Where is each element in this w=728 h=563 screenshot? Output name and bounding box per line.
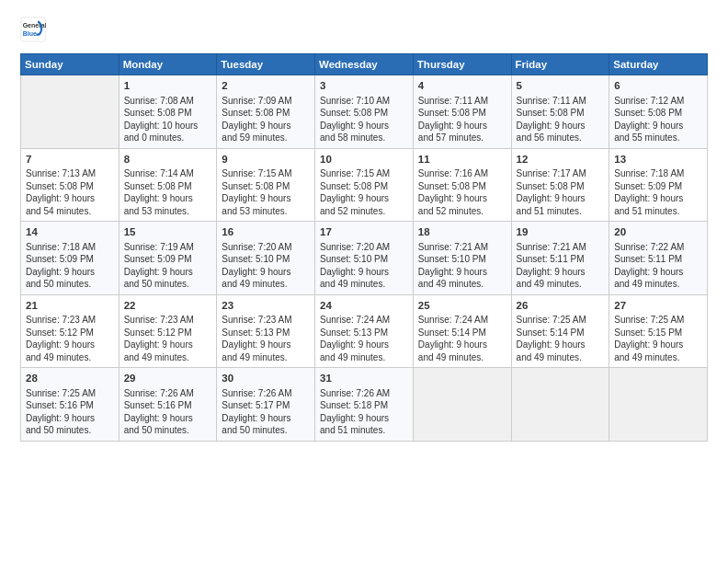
calendar-week-2: 7Sunrise: 7:13 AM Sunset: 5:08 PM Daylig… — [21, 148, 708, 222]
svg-text:Blue: Blue — [23, 30, 37, 37]
day-info: Sunrise: 7:14 AM Sunset: 5:08 PM Dayligh… — [124, 167, 212, 217]
day-number: 5 — [517, 79, 605, 94]
day-number: 18 — [418, 225, 506, 240]
day-number: 24 — [320, 299, 408, 314]
day-info: Sunrise: 7:23 AM Sunset: 5:13 PM Dayligh… — [222, 314, 310, 363]
calendar-cell — [413, 368, 511, 442]
day-number: 9 — [222, 153, 310, 167]
calendar-cell: 29Sunrise: 7:26 AM Sunset: 5:16 PM Dayli… — [119, 368, 217, 442]
day-info: Sunrise: 7:10 AM Sunset: 5:08 PM Dayligh… — [320, 95, 408, 144]
day-number: 23 — [222, 299, 310, 314]
day-info: Sunrise: 7:16 AM Sunset: 5:08 PM Dayligh… — [418, 167, 506, 217]
weekday-header-wednesday: Wednesday — [315, 54, 414, 75]
calendar-cell: 5Sunrise: 7:11 AM Sunset: 5:08 PM Daylig… — [511, 75, 609, 149]
header: General Blue — [20, 17, 708, 42]
calendar-cell: 20Sunrise: 7:22 AM Sunset: 5:11 PM Dayli… — [609, 222, 708, 295]
page: General Blue SundayMondayTuesdayWednesda… — [0, 0, 728, 563]
calendar-cell — [511, 368, 609, 442]
day-number: 4 — [418, 79, 506, 94]
weekday-header-saturday: Saturday — [609, 54, 708, 75]
day-info: Sunrise: 7:20 AM Sunset: 5:10 PM Dayligh… — [320, 241, 408, 291]
day-number: 26 — [517, 299, 605, 314]
calendar-cell — [21, 75, 119, 149]
day-info: Sunrise: 7:25 AM Sunset: 5:16 PM Dayligh… — [26, 387, 114, 437]
day-number: 30 — [222, 372, 310, 386]
day-number: 12 — [517, 153, 605, 167]
day-info: Sunrise: 7:21 AM Sunset: 5:10 PM Dayligh… — [418, 241, 506, 291]
calendar-cell — [609, 368, 708, 442]
calendar-cell: 27Sunrise: 7:25 AM Sunset: 5:15 PM Dayli… — [609, 294, 708, 368]
logo: General Blue — [20, 17, 50, 42]
day-info: Sunrise: 7:09 AM Sunset: 5:08 PM Dayligh… — [222, 95, 310, 144]
calendar-header: SundayMondayTuesdayWednesdayThursdayFrid… — [21, 54, 708, 75]
day-info: Sunrise: 7:22 AM Sunset: 5:11 PM Dayligh… — [614, 241, 702, 291]
day-info: Sunrise: 7:25 AM Sunset: 5:14 PM Dayligh… — [517, 314, 605, 363]
calendar-cell: 13Sunrise: 7:18 AM Sunset: 5:09 PM Dayli… — [609, 148, 708, 222]
calendar-cell: 2Sunrise: 7:09 AM Sunset: 5:08 PM Daylig… — [217, 75, 315, 149]
logo-icon: General Blue — [20, 17, 46, 42]
day-info: Sunrise: 7:23 AM Sunset: 5:12 PM Dayligh… — [124, 314, 212, 363]
day-info: Sunrise: 7:23 AM Sunset: 5:12 PM Dayligh… — [26, 314, 114, 363]
calendar-week-5: 28Sunrise: 7:25 AM Sunset: 5:16 PM Dayli… — [21, 368, 708, 442]
calendar-cell: 25Sunrise: 7:24 AM Sunset: 5:14 PM Dayli… — [413, 294, 511, 368]
weekday-header-sunday: Sunday — [21, 54, 119, 75]
day-info: Sunrise: 7:18 AM Sunset: 5:09 PM Dayligh… — [614, 167, 702, 217]
day-info: Sunrise: 7:11 AM Sunset: 5:08 PM Dayligh… — [418, 95, 506, 144]
day-info: Sunrise: 7:26 AM Sunset: 5:18 PM Dayligh… — [320, 387, 408, 437]
day-info: Sunrise: 7:26 AM Sunset: 5:17 PM Dayligh… — [222, 387, 310, 437]
day-info: Sunrise: 7:18 AM Sunset: 5:09 PM Dayligh… — [26, 241, 114, 291]
calendar-body: 1Sunrise: 7:08 AM Sunset: 5:08 PM Daylig… — [21, 75, 708, 442]
calendar-week-4: 21Sunrise: 7:23 AM Sunset: 5:12 PM Dayli… — [21, 294, 708, 368]
day-number: 16 — [222, 225, 310, 240]
day-info: Sunrise: 7:21 AM Sunset: 5:11 PM Dayligh… — [517, 241, 605, 291]
day-number: 6 — [614, 79, 702, 94]
weekday-header-thursday: Thursday — [413, 54, 511, 75]
calendar-week-3: 14Sunrise: 7:18 AM Sunset: 5:09 PM Dayli… — [21, 222, 708, 295]
calendar-cell: 1Sunrise: 7:08 AM Sunset: 5:08 PM Daylig… — [119, 75, 217, 149]
day-info: Sunrise: 7:24 AM Sunset: 5:13 PM Dayligh… — [320, 314, 408, 363]
calendar-cell: 22Sunrise: 7:23 AM Sunset: 5:12 PM Dayli… — [119, 294, 217, 368]
day-number: 2 — [222, 79, 310, 94]
day-number: 10 — [320, 153, 408, 167]
day-info: Sunrise: 7:26 AM Sunset: 5:16 PM Dayligh… — [124, 387, 212, 437]
calendar-cell: 7Sunrise: 7:13 AM Sunset: 5:08 PM Daylig… — [21, 148, 119, 222]
calendar-cell: 30Sunrise: 7:26 AM Sunset: 5:17 PM Dayli… — [217, 368, 315, 442]
calendar-week-1: 1Sunrise: 7:08 AM Sunset: 5:08 PM Daylig… — [21, 75, 708, 149]
day-number: 15 — [124, 225, 212, 240]
weekday-header-friday: Friday — [511, 54, 609, 75]
day-number: 25 — [418, 299, 506, 314]
day-info: Sunrise: 7:12 AM Sunset: 5:08 PM Dayligh… — [614, 95, 702, 144]
calendar-cell: 28Sunrise: 7:25 AM Sunset: 5:16 PM Dayli… — [21, 368, 119, 442]
day-number: 14 — [26, 225, 114, 240]
calendar-cell: 19Sunrise: 7:21 AM Sunset: 5:11 PM Dayli… — [511, 222, 609, 295]
calendar-cell: 17Sunrise: 7:20 AM Sunset: 5:10 PM Dayli… — [315, 222, 414, 295]
day-info: Sunrise: 7:20 AM Sunset: 5:10 PM Dayligh… — [222, 241, 310, 291]
day-number: 22 — [124, 299, 212, 314]
calendar-cell: 11Sunrise: 7:16 AM Sunset: 5:08 PM Dayli… — [413, 148, 511, 222]
calendar-cell: 21Sunrise: 7:23 AM Sunset: 5:12 PM Dayli… — [21, 294, 119, 368]
calendar-cell: 6Sunrise: 7:12 AM Sunset: 5:08 PM Daylig… — [609, 75, 708, 149]
day-number: 19 — [517, 225, 605, 240]
weekday-header-row: SundayMondayTuesdayWednesdayThursdayFrid… — [21, 54, 708, 75]
day-info: Sunrise: 7:15 AM Sunset: 5:08 PM Dayligh… — [222, 167, 310, 217]
day-info: Sunrise: 7:08 AM Sunset: 5:08 PM Dayligh… — [124, 95, 212, 144]
day-info: Sunrise: 7:19 AM Sunset: 5:09 PM Dayligh… — [124, 241, 212, 291]
weekday-header-monday: Monday — [119, 54, 217, 75]
day-number: 11 — [418, 153, 506, 167]
day-info: Sunrise: 7:17 AM Sunset: 5:08 PM Dayligh… — [517, 167, 605, 217]
calendar-cell: 15Sunrise: 7:19 AM Sunset: 5:09 PM Dayli… — [119, 222, 217, 295]
day-info: Sunrise: 7:15 AM Sunset: 5:08 PM Dayligh… — [320, 167, 408, 217]
calendar-cell: 12Sunrise: 7:17 AM Sunset: 5:08 PM Dayli… — [511, 148, 609, 222]
calendar-cell: 24Sunrise: 7:24 AM Sunset: 5:13 PM Dayli… — [315, 294, 414, 368]
day-info: Sunrise: 7:24 AM Sunset: 5:14 PM Dayligh… — [418, 314, 506, 363]
weekday-header-tuesday: Tuesday — [217, 54, 315, 75]
day-number: 31 — [320, 372, 408, 386]
calendar-cell: 18Sunrise: 7:21 AM Sunset: 5:10 PM Dayli… — [413, 222, 511, 295]
calendar: SundayMondayTuesdayWednesdayThursdayFrid… — [20, 53, 708, 442]
calendar-cell: 14Sunrise: 7:18 AM Sunset: 5:09 PM Dayli… — [21, 222, 119, 295]
day-info: Sunrise: 7:13 AM Sunset: 5:08 PM Dayligh… — [26, 167, 114, 217]
day-number: 13 — [614, 153, 702, 167]
day-number: 21 — [26, 299, 114, 314]
calendar-cell: 3Sunrise: 7:10 AM Sunset: 5:08 PM Daylig… — [315, 75, 414, 149]
day-info: Sunrise: 7:25 AM Sunset: 5:15 PM Dayligh… — [614, 314, 702, 363]
